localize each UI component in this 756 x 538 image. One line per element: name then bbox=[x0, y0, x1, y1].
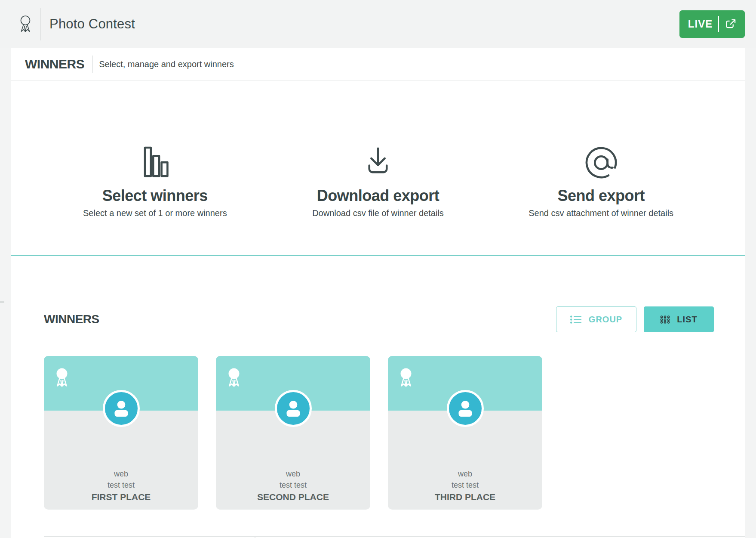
action-title: Download export bbox=[267, 187, 490, 205]
group-view-label: GROUP bbox=[589, 315, 622, 325]
winner-source: web bbox=[44, 468, 198, 479]
action-select-winners[interactable]: Select winners Select a new set of 1 or … bbox=[43, 143, 267, 218]
left-edge-notch bbox=[0, 301, 4, 303]
person-icon bbox=[108, 395, 135, 422]
person-icon bbox=[280, 395, 307, 422]
action-download-export[interactable]: Download export Download csv file of win… bbox=[267, 143, 490, 218]
winners-list-header: WINNERS GROUP bbox=[11, 306, 745, 332]
section-header-divider bbox=[92, 56, 92, 73]
winner-cards-row: web test test FIRST PLACE bbox=[11, 356, 745, 510]
winner-card-third[interactable]: web test test THIRD PLACE bbox=[388, 356, 542, 510]
award-ribbon-icon bbox=[17, 14, 34, 34]
content-panel: WINNERS Select, manage and export winner… bbox=[11, 48, 745, 538]
at-sign-icon bbox=[489, 143, 713, 182]
winners-title: WINNERS bbox=[44, 312, 99, 326]
live-button-separator bbox=[718, 16, 719, 32]
external-link-icon bbox=[725, 19, 736, 30]
avatar bbox=[447, 390, 484, 427]
list-bullets-icon bbox=[570, 315, 582, 324]
winner-name: test test bbox=[216, 479, 370, 491]
winner-card-text: web test test SECOND PLACE bbox=[216, 468, 370, 504]
winner-source: web bbox=[216, 468, 370, 479]
action-subtitle: Download csv file of winner details bbox=[267, 208, 490, 218]
section-header: WINNERS Select, manage and export winner… bbox=[11, 48, 745, 80]
action-subtitle: Select a new set of 1 or more winners bbox=[43, 208, 267, 218]
download-icon bbox=[267, 143, 490, 182]
live-button-label: LIVE bbox=[688, 18, 713, 30]
avatar bbox=[103, 390, 140, 427]
dots-grid-icon bbox=[660, 315, 670, 324]
action-subtitle: Send csv attachment of winner details bbox=[489, 208, 713, 218]
avatar bbox=[275, 390, 312, 427]
bar-chart-icon bbox=[43, 143, 267, 182]
winner-name: test test bbox=[388, 479, 542, 491]
list-view-label: LIST bbox=[677, 315, 697, 325]
award-ribbon-icon bbox=[397, 366, 415, 389]
top-bar: Photo Contest LIVE bbox=[0, 0, 756, 48]
winner-place: SECOND PLACE bbox=[216, 491, 370, 504]
actions-row: Select winners Select a new set of 1 or … bbox=[11, 80, 745, 218]
live-button[interactable]: LIVE bbox=[679, 10, 745, 38]
award-ribbon-icon bbox=[225, 366, 243, 389]
header-divider bbox=[40, 8, 41, 40]
section-title: WINNERS bbox=[25, 57, 84, 71]
action-send-export[interactable]: Send export Send csv attachment of winne… bbox=[489, 143, 713, 218]
bottom-section-divider bbox=[44, 536, 745, 537]
winner-place: FIRST PLACE bbox=[44, 491, 198, 504]
winner-card-first[interactable]: web test test FIRST PLACE bbox=[44, 356, 198, 510]
page-title: Photo Contest bbox=[49, 16, 135, 32]
teal-divider bbox=[11, 255, 745, 256]
winner-name: test test bbox=[44, 479, 198, 491]
winner-card-text: web test test FIRST PLACE bbox=[44, 468, 198, 504]
winner-card-second[interactable]: web test test SECOND PLACE bbox=[216, 356, 370, 510]
winner-place: THIRD PLACE bbox=[388, 491, 542, 504]
winner-source: web bbox=[388, 468, 542, 479]
view-toggle: GROUP LIST bbox=[556, 306, 714, 332]
action-title: Send export bbox=[489, 187, 713, 205]
list-view-button[interactable]: LIST bbox=[644, 306, 714, 332]
action-title: Select winners bbox=[43, 187, 267, 205]
section-subtitle: Select, manage and export winners bbox=[99, 59, 234, 69]
group-view-button[interactable]: GROUP bbox=[556, 306, 636, 332]
winner-card-text: web test test THIRD PLACE bbox=[388, 468, 542, 504]
person-icon bbox=[452, 395, 479, 422]
award-ribbon-icon bbox=[53, 366, 71, 389]
page: Photo Contest LIVE WINNERS Select, manag… bbox=[0, 0, 756, 538]
